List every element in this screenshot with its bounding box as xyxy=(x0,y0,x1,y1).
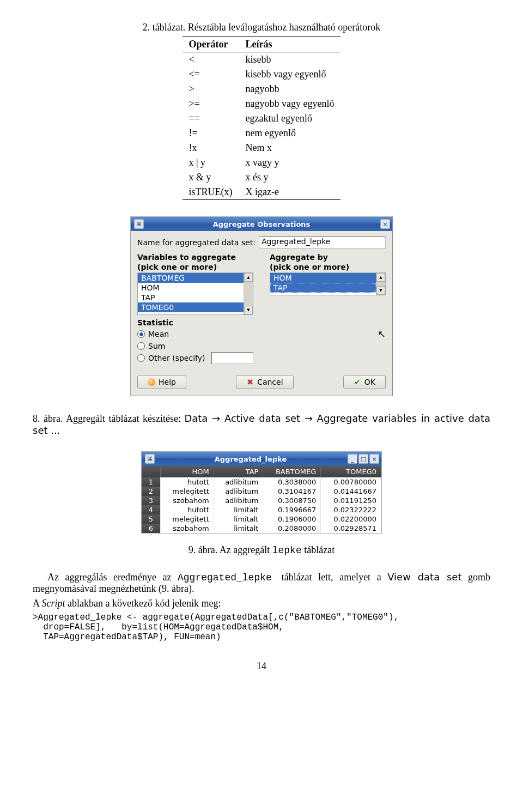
code-block: >Aggregated_lepke <- aggregate(Aggregate… xyxy=(33,613,490,642)
op-cell: < xyxy=(183,52,239,68)
radio-sum[interactable]: Sum xyxy=(137,340,253,352)
row-header[interactable]: 1 xyxy=(142,477,161,487)
list-item[interactable]: TAP xyxy=(138,293,244,302)
col-header[interactable]: TOMEG0 xyxy=(321,466,381,477)
scroll-down-icon[interactable]: ▼ xyxy=(376,286,385,295)
aggby-label1: Aggregate by xyxy=(270,253,386,262)
op-desc: egzaktul egyenlő xyxy=(239,111,341,126)
cell: melegitett xyxy=(161,487,214,496)
fig8-caption: 8. ábra. Aggregált táblázat készítése: D… xyxy=(33,413,490,437)
cell: szobahom xyxy=(161,524,214,533)
cell: 0.3038000 xyxy=(263,477,321,487)
cell: hutott xyxy=(161,505,214,514)
cell: adlibitum xyxy=(214,477,263,487)
op-desc: x vagy y xyxy=(239,155,341,170)
vars-label1: Variables to aggregate xyxy=(137,253,253,262)
row-header[interactable]: 3 xyxy=(142,496,161,505)
col-header[interactable]: HOM xyxy=(161,466,214,477)
app-icon: ⌘ xyxy=(134,219,144,229)
op-desc: kisebb xyxy=(239,52,341,68)
scroll-up-icon[interactable]: ▲ xyxy=(376,273,385,282)
table-caption: 2. táblázat. Résztábla leválogatáshoz ha… xyxy=(33,22,490,33)
close-icon[interactable]: × xyxy=(369,454,379,464)
app-icon: ⌘ xyxy=(145,454,155,464)
cell: 0.2080000 xyxy=(263,524,321,533)
dialog-title: Aggregate Observations xyxy=(144,220,379,228)
op-cell: x & y xyxy=(183,170,239,185)
cell: adlibitum xyxy=(214,487,263,496)
cell: 0.00780000 xyxy=(321,477,381,487)
scrollbar[interactable]: ▲ ▼ xyxy=(376,273,385,295)
list-item[interactable]: HOM xyxy=(270,273,376,283)
desc-header: Leírás xyxy=(239,37,341,52)
page-number: 14 xyxy=(33,660,490,672)
op-cell: > xyxy=(183,82,239,96)
help-button[interactable]: Help xyxy=(137,375,186,389)
cell: 0.1906000 xyxy=(263,514,321,524)
dialog-titlebar: ⌘ Aggregate Observations × xyxy=(131,217,392,231)
op-cell: isTRUE(x) xyxy=(183,185,239,200)
list-item[interactable]: HOM xyxy=(138,283,244,293)
cancel-icon: ✖ xyxy=(246,378,254,386)
body-para-2: A Script ablakban a következő kód jeleni… xyxy=(33,598,490,609)
scroll-down-icon[interactable]: ▼ xyxy=(244,306,253,314)
op-desc: nagyobb vagy egyenlő xyxy=(239,96,341,111)
ok-button[interactable]: ✔OK xyxy=(343,375,386,389)
minimize-icon[interactable]: _ xyxy=(348,454,357,464)
cancel-button[interactable]: ✖Cancel xyxy=(236,375,293,389)
op-cell: != xyxy=(183,126,239,141)
cell: melegitett xyxy=(161,514,214,524)
op-cell: >= xyxy=(183,96,239,111)
datagrid: HOM TAP BABTOMEG TOMEG0 1hutottadlibitum… xyxy=(142,466,381,533)
other-specify-input[interactable] xyxy=(211,352,253,364)
aggregate-by-listbox[interactable]: HOM TAP ▲ ▼ xyxy=(270,272,386,295)
aggregate-dialog: ⌘ Aggregate Observations × Name for aggr… xyxy=(130,216,393,396)
radio-other[interactable]: Other (specify) xyxy=(137,352,253,364)
operator-table: Operátor Leírás <kisebb <=kisebb vagy eg… xyxy=(183,37,341,200)
row-header[interactable]: 5 xyxy=(142,514,161,524)
op-desc: kisebb vagy egyenlő xyxy=(239,67,341,82)
vars-label2: (pick one or more) xyxy=(137,263,253,271)
datagrid-title: Aggregated_lepke xyxy=(155,455,346,463)
cell: limitalt xyxy=(214,505,263,514)
row-header[interactable]: 6 xyxy=(142,524,161,533)
radio-mean[interactable]: Mean xyxy=(137,328,253,340)
variables-listbox[interactable]: BABTOMEG HOM TAP TOMEG0 ▲ ▼ xyxy=(137,272,253,315)
row-header[interactable]: 4 xyxy=(142,505,161,514)
col-header[interactable]: BABTOMEG xyxy=(263,466,321,477)
maximize-icon[interactable]: □ xyxy=(358,454,368,464)
op-cell: x | y xyxy=(183,155,239,170)
op-desc: x és y xyxy=(239,170,341,185)
cell: 0.1996667 xyxy=(263,505,321,514)
datagrid-window: ⌘ Aggregated_lepke _ □ × HOM TAP BABTOME… xyxy=(141,451,382,534)
cell: limitalt xyxy=(214,524,263,533)
scrollbar[interactable]: ▲ ▼ xyxy=(244,273,253,314)
op-cell: !x xyxy=(183,141,239,155)
col-header[interactable]: TAP xyxy=(214,466,263,477)
cell: adlibitum xyxy=(214,496,263,505)
scroll-up-icon[interactable]: ▲ xyxy=(244,273,253,282)
list-item[interactable]: BABTOMEG xyxy=(138,273,244,283)
op-header: Operátor xyxy=(183,37,239,52)
op-desc: Nem x xyxy=(239,141,341,155)
aggby-label2: (pick one or more) xyxy=(270,263,386,271)
op-desc: X igaz-e xyxy=(239,185,341,200)
op-desc: nem egyenlő xyxy=(239,126,341,141)
datagrid-titlebar: ⌘ Aggregated_lepke _ □ × xyxy=(142,452,381,466)
op-cell: <= xyxy=(183,67,239,82)
close-icon[interactable]: × xyxy=(380,219,390,229)
cell: 0.01191250 xyxy=(321,496,381,505)
cell: 0.02200000 xyxy=(321,514,381,524)
op-cell: == xyxy=(183,111,239,126)
row-header[interactable]: 2 xyxy=(142,487,161,496)
list-item[interactable]: TAP xyxy=(270,283,376,293)
cell: 0.02928571 xyxy=(321,524,381,533)
dataset-name-input[interactable]: Aggregated_lepke xyxy=(259,237,386,249)
dataset-name-label: Name for aggregated data set: xyxy=(137,238,256,247)
cursor-icon: ↖ xyxy=(378,328,386,340)
statistic-label: Statistic xyxy=(137,318,253,327)
col-header[interactable] xyxy=(142,466,161,477)
op-desc: nagyobb xyxy=(239,82,341,96)
list-item[interactable]: TOMEG0 xyxy=(138,302,244,312)
cell: 0.3008750 xyxy=(263,496,321,505)
